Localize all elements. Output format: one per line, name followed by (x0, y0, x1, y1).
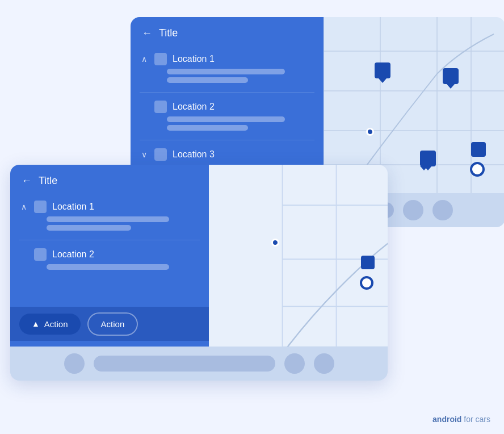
list-item[interactable]: Location 2 (10, 243, 209, 277)
location-name-2: Location 2 (52, 249, 94, 260)
map-pin-1 (375, 62, 390, 83)
detail-bar (47, 264, 169, 270)
map-pin-stop (471, 142, 486, 157)
brand-label: android for cars (432, 415, 490, 424)
map-pin-chat (420, 151, 436, 170)
bar-circle (314, 353, 334, 374)
location-icon (154, 101, 167, 113)
location-icon (154, 53, 167, 65)
list-item[interactable]: Location 2 (131, 95, 324, 137)
map-pin-2 (443, 68, 459, 89)
panel-header-back: ← Title (131, 17, 324, 47)
panel-title-front: Title (39, 175, 57, 187)
location-icon (34, 201, 47, 213)
location-details-1 (19, 216, 200, 231)
location-name-1: Location 1 (52, 202, 94, 212)
location-details-2 (19, 264, 200, 270)
chevron-up-icon: ∧ (19, 202, 28, 211)
bar-pill (94, 356, 275, 372)
detail-bar (167, 116, 285, 122)
navigation-icon: ▲ (32, 319, 40, 328)
location-name-3: Location 3 (173, 149, 215, 160)
bar-circle (432, 200, 453, 220)
map-pin-stop-front (361, 256, 375, 269)
detail-bar (167, 125, 248, 131)
action-label-1: Action (44, 319, 68, 329)
list-item[interactable]: ∧ Location 1 (131, 47, 324, 90)
location-name-1: Location 1 (173, 54, 215, 64)
item-divider (140, 140, 314, 140)
chevron-up-icon: ∧ (140, 55, 149, 64)
detail-bar (47, 225, 131, 231)
bottom-bar-front (10, 347, 388, 381)
brand-name: android (432, 415, 461, 424)
brand-suffix: for cars (461, 415, 490, 424)
action-button-primary[interactable]: ▲ Action (19, 314, 81, 335)
list-item[interactable]: ∨ Location 3 (131, 143, 324, 166)
bar-circle (64, 353, 85, 374)
item-divider (140, 92, 314, 93)
location-details-2 (140, 116, 314, 131)
map-pin-circle-front (360, 276, 373, 290)
back-arrow-back[interactable]: ← (142, 27, 152, 39)
bar-circle (284, 353, 305, 374)
front-card: ← Title ∧ Location 1 (10, 165, 388, 381)
panel-title-back: Title (159, 27, 178, 39)
chevron-down-icon: ∨ (140, 150, 149, 159)
action-button-secondary[interactable]: Action (87, 312, 138, 336)
list-item[interactable]: ∧ Location 1 (10, 195, 209, 237)
action-label-2: Action (101, 319, 125, 329)
action-buttons-bar: ▲ Action Action (10, 307, 209, 341)
location-icon (154, 148, 167, 161)
detail-bar (47, 216, 169, 222)
detail-bar (167, 77, 248, 83)
detail-bar (167, 69, 285, 74)
location-details-1 (140, 69, 314, 83)
map-pin-dot-front (271, 239, 279, 247)
map-pin-circle (470, 162, 485, 177)
panel-header-front: ← Title (10, 165, 209, 195)
location-name-2: Location 2 (173, 102, 215, 112)
map-pin-dot (366, 128, 374, 136)
item-divider (19, 240, 200, 240)
bar-circle (403, 200, 423, 220)
back-arrow-front[interactable]: ← (22, 175, 32, 187)
location-icon (34, 248, 47, 261)
